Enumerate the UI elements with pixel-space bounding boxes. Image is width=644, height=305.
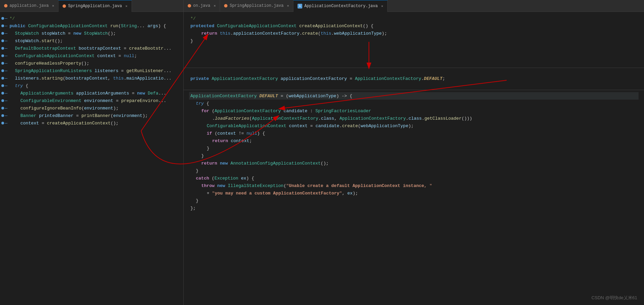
code-content: .loadFactories(ApplicationContextFactory… xyxy=(190,116,472,121)
tab-application-context-factory-java[interactable]: i ApplicationContextFactory.java ✕ xyxy=(293,0,388,12)
tab-icon-orange-2 xyxy=(63,4,66,8)
tab-close-icon[interactable]: ✕ xyxy=(214,4,216,8)
gutter-dot xyxy=(1,39,4,42)
code-content: throw new IllegalStateException("Unable … xyxy=(190,183,432,188)
code-line-comment: */ xyxy=(189,15,639,22)
code-content: return this.applicationContextFactory.cr… xyxy=(190,31,387,36)
code-line: — ApplicationArguments applicationArgume… xyxy=(0,89,183,97)
code-line: } xyxy=(189,152,639,159)
gutter: — xyxy=(1,61,10,66)
code-content: if (context != null) { xyxy=(190,131,265,136)
gutter-dot xyxy=(1,114,4,117)
code-line: ApplicationContextFactory DEFAULT = (web… xyxy=(189,92,639,100)
code-content: configureIgnoreBeanInfo(environment); xyxy=(10,106,119,111)
gutter: — xyxy=(1,106,10,111)
tab-application-java[interactable]: application.java ✕ xyxy=(0,0,58,12)
gutter-dot xyxy=(1,107,4,109)
tab-icon-orange xyxy=(4,4,7,7)
code-line: } xyxy=(189,145,639,152)
gutter: — xyxy=(1,76,10,81)
right-top-code: */ protected ConfigurableApplicationCont… xyxy=(184,12,644,47)
gutter-dot xyxy=(1,69,4,72)
code-line: return new AnnotationConfigApplicationCo… xyxy=(189,159,639,167)
code-content: try { xyxy=(190,101,209,106)
code-line-protected: protected ConfigurableApplicationContext… xyxy=(189,22,639,30)
code-content: return new AnnotationConfigApplicationCo… xyxy=(190,161,329,166)
code-content: */ xyxy=(10,16,15,21)
code-line: — ConfigurableEnvironment environment = … xyxy=(0,97,183,104)
tab-icon-info: i xyxy=(298,4,302,9)
code-line: — StopWatch stopWatch = new StopWatch(); xyxy=(0,30,183,37)
code-content: ConfigurableApplicationContext context =… xyxy=(190,123,414,129)
gutter: — xyxy=(1,91,10,96)
code-line: try { xyxy=(189,100,639,107)
code-line: — configureIgnoreBeanInfo(environment); xyxy=(0,104,183,112)
tab-spring-application-java[interactable]: SpringApplication.java ✕ xyxy=(58,0,132,12)
tab-label-2: SpringApplication.java xyxy=(68,4,122,9)
code-line: — DefaultBootstrapContext bootstrapConte… xyxy=(0,45,183,52)
code-content: for (ApplicationContextFactory candidate… xyxy=(190,108,371,114)
code-content: StopWatch stopWatch = new StopWatch(); xyxy=(10,31,116,36)
left-tab-bar: application.java ✕ SpringApplication.jav… xyxy=(0,0,183,12)
code-content: stopWatch.start(); xyxy=(10,38,63,44)
code-content: } xyxy=(190,146,209,151)
right-bottom-section: ApplicationContextFactory DEFAULT = (web… xyxy=(184,90,644,305)
editor-container: application.java ✕ SpringApplication.jav… xyxy=(0,0,644,305)
tab-label: application.java xyxy=(10,3,49,8)
gutter: — xyxy=(1,53,10,58)
gutter-dot xyxy=(1,77,4,80)
code-line: — context = createApplicationContext(); xyxy=(0,119,183,127)
code-line-return: return this.applicationContextFactory.cr… xyxy=(189,30,639,37)
code-line: — listeners.starting(bootstrapContext, t… xyxy=(0,74,183,82)
gutter-dot xyxy=(1,122,4,124)
gutter: — xyxy=(1,121,10,126)
gutter-dot xyxy=(1,24,4,27)
gutter: — xyxy=(1,46,10,51)
gutter-dot xyxy=(1,62,4,65)
code-content: DefaultBootstrapContext bootstrapContext… xyxy=(10,46,171,51)
right-top-section: */ protected ConfigurableApplicationCont… xyxy=(184,12,644,68)
code-line: — public ConfigurableApplicationContext … xyxy=(0,22,183,30)
code-line: ConfigurableApplicationContext context =… xyxy=(189,122,639,130)
gutter: — xyxy=(1,16,10,21)
right-middle-code: private ApplicationContextFactory applic… xyxy=(184,68,644,84)
tab-close-icon-2[interactable]: ✕ xyxy=(125,4,128,8)
gutter: — xyxy=(1,98,10,103)
tab-close-icon[interactable]: ✕ xyxy=(287,4,289,8)
gutter-dot xyxy=(1,17,4,20)
gutter: — xyxy=(1,113,10,118)
gutter: — xyxy=(1,83,10,88)
code-content: + "you may need a custom ApplicationCont… xyxy=(190,191,358,196)
code-content: SpringApplicationRunListeners listeners … xyxy=(10,68,171,73)
gutter: — xyxy=(1,68,10,73)
code-line: + "you may need a custom ApplicationCont… xyxy=(189,189,639,197)
left-code-area: — */ — public ConfigurableApplicationCon… xyxy=(0,12,183,130)
code-content: try { xyxy=(10,83,28,88)
tab-label: SpringApplication.java xyxy=(230,3,283,8)
code-line-try: — try { xyxy=(0,82,183,89)
code-line: throw new IllegalStateException("Unable … xyxy=(189,182,639,189)
tab-on-java[interactable]: on.java ✕ xyxy=(184,0,220,12)
gutter: — xyxy=(1,23,10,29)
tab-label: ApplicationContextFactory.java xyxy=(304,4,378,9)
tab-close-icon[interactable]: ✕ xyxy=(381,4,383,8)
code-line: — configureHeadlessProperty(); xyxy=(0,60,183,67)
tab-close-icon[interactable]: ✕ xyxy=(52,4,54,8)
code-line: } xyxy=(189,197,639,204)
code-line: } xyxy=(189,167,639,174)
bottom-code: ApplicationContextFactory DEFAULT = (web… xyxy=(184,90,644,214)
tab-spring-app-java-r[interactable]: SpringApplication.java ✕ xyxy=(220,0,293,12)
code-content: return context; xyxy=(190,138,252,143)
code-line: }; xyxy=(189,204,639,212)
code-line: — stopWatch.start(); xyxy=(0,37,183,45)
right-tab-bar: on.java ✕ SpringApplication.java ✕ i App… xyxy=(184,0,644,12)
gutter: — xyxy=(1,31,10,36)
code-line: return context; xyxy=(189,137,639,145)
code-line: if (context != null) { xyxy=(189,130,639,137)
gutter-dot xyxy=(1,99,4,102)
gutter-dot xyxy=(1,47,4,50)
code-content: protected ConfigurableApplicationContext… xyxy=(190,23,373,29)
right-middle-section: private ApplicationContextFactory applic… xyxy=(184,68,644,90)
code-content: } xyxy=(190,198,199,203)
code-line: — */ xyxy=(0,15,183,22)
